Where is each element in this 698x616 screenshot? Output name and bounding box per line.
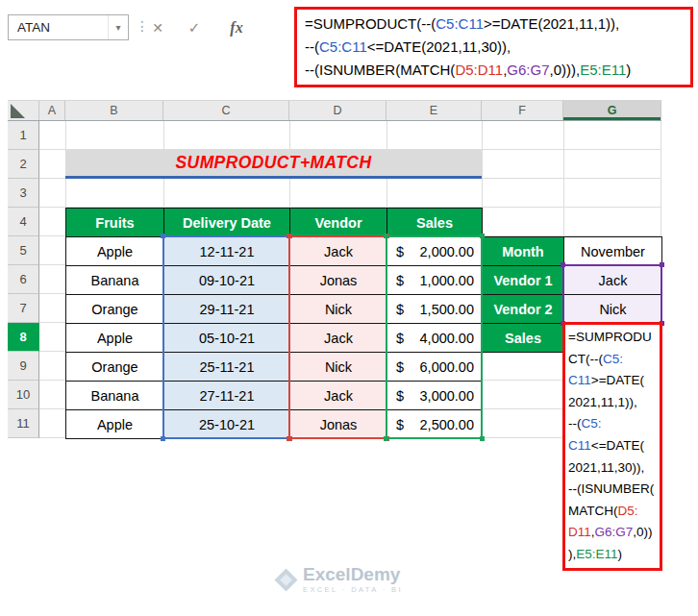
cancel-icon[interactable]: ✕ [145,15,170,40]
cell-vendor[interactable]: Jonas [290,410,387,439]
cell-delivery-date[interactable]: 29-11-21 [164,295,290,324]
cell-fruit[interactable]: Apple [66,237,164,266]
name-box-dropdown-icon[interactable]: ▾ [108,15,128,39]
sales-amount: 2,500.00 [420,417,474,432]
cell-delivery-date[interactable]: 05-10-21 [164,324,290,353]
row-header-5[interactable]: 5 [8,236,39,265]
cell-vendor[interactable]: Jack [290,324,387,353]
watermark-tagline: EXCEL · DATA · BI [303,585,403,594]
row-header-4[interactable]: 4 [8,208,39,236]
cell-vendor[interactable]: Nick [290,295,387,324]
label-vendor-1[interactable]: Vendor 1 [483,266,564,295]
cell-delivery-date[interactable]: 25-10-21 [164,410,290,439]
sales-amount: 1,500.00 [420,302,474,317]
exceldemy-watermark: ExcelDemy EXCEL · DATA · BI [278,565,403,594]
currency-symbol: $ [396,359,404,375]
column-header-g-selected[interactable]: G [563,101,661,120]
column-header-d[interactable]: D [289,101,386,120]
row-header-7[interactable]: 7 [8,294,39,323]
cell-formula-line: 2021,11,1)), [568,392,660,414]
enter-icon[interactable]: ✓ [182,15,207,40]
currency-symbol: $ [396,388,404,404]
watermark-text: ExcelDemy EXCEL · DATA · BI [303,565,403,594]
label-month[interactable]: Month [483,237,564,266]
cell-formula-line: --(ISNUMBER( [568,479,660,501]
column-header-f[interactable]: F [482,101,563,120]
currency-symbol: $ [396,302,404,317]
insert-function-icon[interactable]: fx [222,15,251,40]
select-all-corner[interactable] [8,101,39,120]
cell-sales[interactable]: $ 1,500.00 [387,295,483,324]
header-vendor[interactable]: Vendor [290,209,387,237]
cell-sales[interactable]: $ 6,000.00 [387,353,483,382]
cell-vendor[interactable]: Jack [290,382,387,410]
header-delivery-date[interactable]: Delivery Date [164,209,290,237]
cell-sales[interactable]: $ 1,000.00 [387,266,483,295]
sales-amount: 3,000.00 [420,388,474,404]
cell-delivery-date[interactable]: 27-11-21 [164,382,290,410]
currency-symbol: $ [396,417,404,432]
row-header-10[interactable]: 10 [8,381,39,409]
row-header-11[interactable]: 11 [8,409,39,438]
cell-vendor[interactable]: Jack [290,237,387,266]
formula-bar-line: --(ISNUMBER(MATCH(D5:D11,G6:G7,0))),E5:E… [305,59,686,82]
cell-vendor[interactable]: Jonas [290,266,387,295]
cell-delivery-date[interactable]: 09-10-21 [164,266,290,295]
exceldemy-logo-icon [274,568,297,591]
cell-formula-line: C11<=DATE( [568,435,660,457]
row-header-8-selected[interactable]: 8 [8,323,39,352]
cell-vendor[interactable]: Nick [290,353,387,382]
column-headers: A B C D E F G [8,100,661,121]
cell-fruit[interactable]: Apple [66,410,164,439]
row-headers: 1 2 3 4 5 6 7 8 9 10 11 [8,121,39,438]
row-header-6[interactable]: 6 [8,265,39,294]
column-header-a[interactable]: A [39,101,65,120]
cell-delivery-date[interactable]: 25-11-21 [164,353,290,382]
row-header-1[interactable]: 1 [8,121,39,150]
cell-formula-line: ),E5:E11) [568,544,660,566]
cell-formula-line: MATCH(D5: [568,501,660,523]
sales-amount: 6,000.00 [420,359,474,375]
value-month[interactable]: November [564,237,662,266]
cell-formula-line: =SUMPRODU [568,327,660,349]
fruits-data-table: Fruits Delivery Date Vendor Sales Apple … [65,208,483,439]
row-header-2[interactable]: 2 [8,150,39,179]
column-header-c[interactable]: C [163,101,289,120]
formula-bar-input[interactable]: =SUMPRODUCT(--(C5:C11>=DATE(2021,11,1)),… [294,7,693,87]
formula-bar-line: =SUMPRODUCT(--(C5:C11>=DATE(2021,11,1)), [305,12,686,36]
currency-symbol: $ [396,273,404,288]
currency-symbol: $ [396,244,404,259]
cell-formula-line: CT(--(C5: [568,349,660,371]
formula-bar-line: --(C5:C11<=DATE(2021,11,30)), [305,36,686,59]
cell-sales[interactable]: $ 3,000.00 [387,382,483,410]
label-vendor-2[interactable]: Vendor 2 [483,295,564,324]
label-sales[interactable]: Sales [483,324,564,353]
cell-fruit[interactable]: Orange [66,353,164,382]
cell-sales[interactable]: $ 2,500.00 [387,410,483,439]
watermark-brand: ExcelDemy [303,565,403,584]
header-sales[interactable]: Sales [387,209,483,237]
cell-fruit[interactable]: Apple [66,324,164,353]
cell-formula-line: D11,G6:G7,0)) [568,522,660,544]
cell-sales[interactable]: $ 4,000.00 [387,324,483,353]
cell-sales[interactable]: $ 2,000.00 [387,237,483,266]
header-fruits[interactable]: Fruits [66,209,164,237]
cell-delivery-date[interactable]: 12-11-21 [164,237,290,266]
cell-formula-line: 2021,11,30)), [568,457,660,480]
currency-symbol: $ [396,331,404,346]
column-header-e[interactable]: E [386,101,482,120]
active-cell-g8-formula[interactable]: =SUMPRODU CT(--(C5: C11>=DATE( 2021,11,1… [562,322,662,571]
cell-formula-line: C11>=DATE( [568,370,660,392]
sheet-title-cell[interactable]: SUMPRODUCT+MATCH [65,150,482,179]
cell-fruit[interactable]: Orange [66,295,164,324]
value-vendor-2[interactable]: Nick [564,295,662,324]
column-header-b[interactable]: B [65,101,163,120]
cell-fruit[interactable]: Banana [66,266,164,295]
select-all-triangle-icon [11,104,25,118]
value-vendor-1[interactable]: Jack [564,266,662,295]
row-header-9[interactable]: 9 [8,352,39,381]
name-box[interactable]: ATAN ▾ [8,14,129,40]
cell-formula-line: --(C5: [568,413,660,435]
row-header-3[interactable]: 3 [8,179,39,208]
cell-fruit[interactable]: Banana [66,382,164,410]
